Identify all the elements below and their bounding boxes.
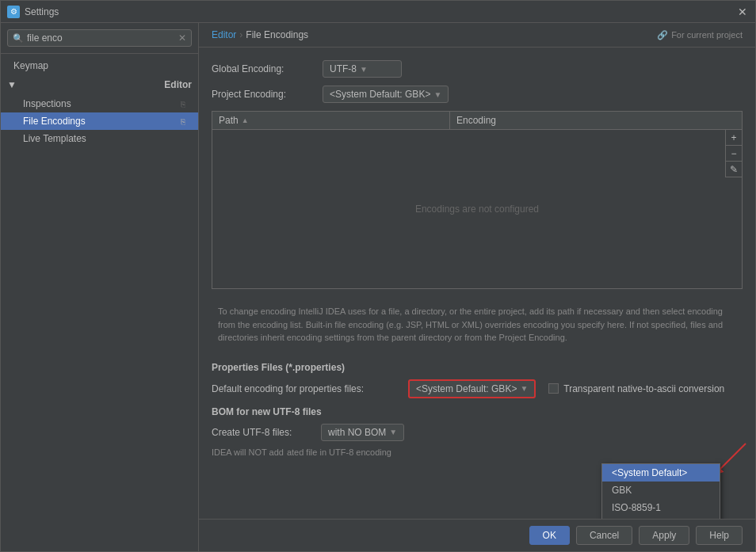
encoding-dropdown-popup: <System Default> GBK ISO-8859-1 US-ASCII…: [601, 463, 720, 519]
search-box: 🔍 ✕: [1, 23, 198, 54]
transparent-checkbox-row: Transparent native-to-ascii conversion: [548, 383, 724, 394]
bom-create-value: with NO BOM: [328, 427, 386, 438]
project-encoding-row: Project Encoding: <System Default: GBK> …: [212, 86, 743, 103]
settings-window: ⚙ Settings ✕ 🔍 ✕ Keymap ▼ E: [0, 0, 756, 552]
settings-content: Global Encoding: UTF-8 ▼ Project Encodin…: [199, 48, 755, 519]
properties-encoding-dropdown[interactable]: <System Default: GBK> ▼: [408, 379, 536, 398]
global-encoding-dropdown[interactable]: UTF-8 ▼: [323, 60, 402, 78]
bom-title: BOM for new UTF-8 files: [212, 406, 743, 417]
search-wrap: 🔍 ✕: [7, 29, 192, 47]
bom-create-dropdown[interactable]: with NO BOM ▼: [321, 424, 404, 441]
transparent-checkbox[interactable]: [548, 383, 559, 394]
table-empty-message: Encodings are not configured: [415, 204, 539, 215]
table-actions: + − ✎: [725, 130, 742, 177]
copy-icon-inspections: ⎘: [181, 100, 185, 108]
sidebar-item-keymap[interactable]: Keymap: [1, 57, 198, 74]
title-bar-left: ⚙ Settings: [7, 6, 59, 18]
idea-note-prefix: IDEA will NOT add: [212, 447, 284, 457]
bom-create-label: Create UTF-8 files:: [212, 427, 315, 438]
sidebar-item-live-templates[interactable]: Live Templates: [1, 130, 198, 147]
table-body: Encodings are not configured + − ✎: [212, 130, 742, 288]
title-bar: ⚙ Settings ✕: [1, 1, 755, 23]
properties-title: Properties Files (*.properties): [212, 362, 743, 373]
breadcrumb-current: File Encodings: [246, 29, 308, 40]
close-button[interactable]: ✕: [736, 6, 749, 18]
search-clear-icon[interactable]: ✕: [178, 32, 186, 44]
popup-item-gbk-label: GBK: [612, 485, 632, 496]
copy-icon-file-encodings: ⎘: [181, 117, 185, 126]
footer: OK Cancel Apply Help: [199, 519, 755, 551]
sort-arrow: ▲: [242, 116, 249, 124]
encoding-column-header: Encoding: [450, 112, 742, 129]
default-encoding-label: Default encoding for properties files:: [212, 383, 402, 394]
path-label: Path: [219, 115, 239, 126]
window-title: Settings: [25, 6, 59, 17]
popup-item-system-default[interactable]: <System Default>: [602, 464, 720, 482]
bom-section: BOM for new UTF-8 files Create UTF-8 fil…: [212, 406, 743, 457]
properties-encoding-arrow: ▼: [520, 384, 528, 393]
sidebar-item-inspections[interactable]: Inspections ⎘: [1, 95, 198, 112]
file-encodings-label: File Encodings: [23, 116, 86, 127]
properties-encoding-value: <System Default: GBK>: [416, 383, 517, 394]
project-hint-icon: 🔗: [657, 30, 668, 40]
project-encoding-label: Project Encoding:: [212, 89, 323, 100]
project-encoding-dropdown-arrow: ▼: [433, 90, 441, 99]
sidebar: 🔍 ✕ Keymap ▼ Editor Inspections ⎘: [1, 23, 199, 551]
window-controls: ✕: [736, 6, 749, 18]
inspections-label: Inspections: [23, 98, 71, 109]
apply-button[interactable]: Apply: [639, 526, 689, 545]
sidebar-nav: Keymap ▼ Editor Inspections ⎘ File Encod…: [1, 54, 198, 551]
breadcrumb-separator: ›: [239, 29, 242, 40]
bom-create-arrow: ▼: [389, 428, 397, 436]
search-input[interactable]: [27, 32, 178, 44]
encodings-table: Path ▲ Encoding Encodings are not config…: [212, 111, 743, 289]
project-hint-text: For current project: [671, 30, 743, 40]
search-icon: 🔍: [13, 33, 24, 44]
path-column-header: Path ▲: [212, 112, 450, 129]
sidebar-item-editor[interactable]: ▼ Editor: [1, 74, 198, 95]
project-encoding-value: <System Default: GBK>: [330, 89, 430, 100]
breadcrumb-parent[interactable]: Editor: [212, 29, 236, 40]
editor-arrow: ▼: [7, 79, 17, 90]
bom-create-row: Create UTF-8 files: with NO BOM ▼: [212, 424, 743, 441]
popup-item-iso-8859-1-label: ISO-8859-1: [612, 502, 661, 513]
popup-item-system-default-label: <System Default>: [612, 467, 687, 478]
properties-section: Properties Files (*.properties) Default …: [212, 362, 743, 398]
editor-label: Editor: [164, 79, 192, 90]
main-content: 🔍 ✕ Keymap ▼ Editor Inspections ⎘: [1, 23, 755, 551]
idea-note-suffix: ated file in UTF-8 encoding: [287, 447, 391, 457]
project-encoding-dropdown[interactable]: <System Default: GBK> ▼: [323, 86, 449, 103]
table-edit-button[interactable]: ✎: [726, 162, 742, 177]
settings-icon: ⚙: [7, 6, 20, 18]
table-remove-button[interactable]: −: [726, 146, 742, 162]
transparent-label: Transparent native-to-ascii conversion: [563, 383, 724, 394]
global-encoding-arrow: ▼: [360, 65, 368, 74]
popup-item-gbk[interactable]: GBK: [602, 482, 720, 499]
global-encoding-row: Global Encoding: UTF-8 ▼: [212, 60, 743, 78]
properties-encoding-row: Default encoding for properties files: <…: [212, 379, 743, 398]
global-encoding-label: Global Encoding:: [212, 63, 323, 74]
ok-button[interactable]: OK: [529, 526, 570, 545]
main-panel: Editor › File Encodings 🔗 For current pr…: [199, 23, 755, 551]
live-templates-label: Live Templates: [23, 133, 86, 144]
sidebar-item-file-encodings[interactable]: File Encodings ⎘: [1, 112, 198, 130]
global-encoding-value: UTF-8: [330, 63, 357, 74]
popup-item-iso-8859-1[interactable]: ISO-8859-1: [602, 499, 720, 516]
encoding-label: Encoding: [456, 115, 496, 126]
breadcrumb-hint: 🔗 For current project: [657, 30, 743, 40]
breadcrumb: Editor › File Encodings 🔗 For current pr…: [199, 23, 755, 48]
table-add-button[interactable]: +: [726, 130, 742, 146]
keymap-label: Keymap: [13, 60, 48, 71]
table-header: Path ▲ Encoding: [212, 112, 742, 130]
help-button[interactable]: Help: [696, 526, 743, 545]
popup-item-us-ascii[interactable]: US-ASCII: [602, 516, 720, 519]
idea-note-row: IDEA will NOT add ated file in UTF-8 enc…: [212, 444, 743, 457]
info-text: To change encoding IntelliJ IDEA uses fo…: [212, 299, 743, 351]
cancel-button[interactable]: Cancel: [576, 526, 632, 545]
